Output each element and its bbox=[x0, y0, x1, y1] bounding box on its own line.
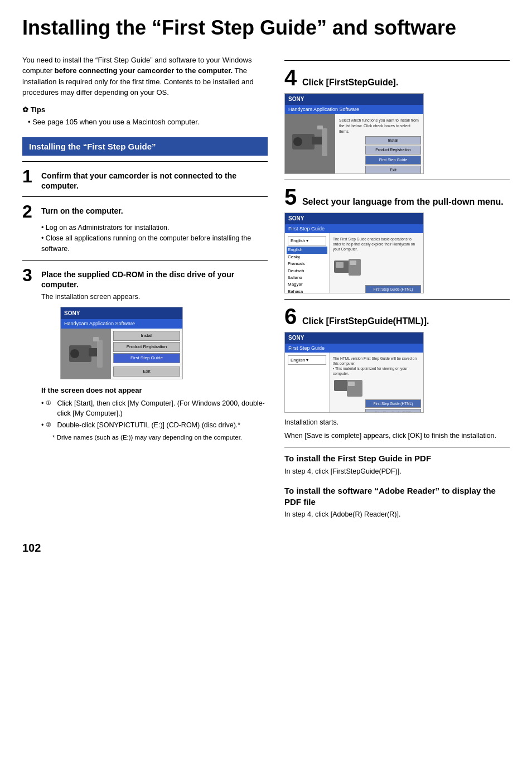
screenshot-1: SONY Handycam Application Software bbox=[60, 307, 183, 379]
step-4-num: 4 bbox=[284, 65, 297, 90]
ss1-graphic bbox=[66, 334, 105, 373]
ss4-list: English ▾ bbox=[285, 353, 330, 412]
step-3-title: Place the supplied CD-ROM in the disc dr… bbox=[41, 266, 268, 290]
step-3-body: The installation screen appears. bbox=[41, 292, 268, 302]
svg-rect-9 bbox=[317, 126, 323, 129]
installation-note2: When [Save is complete] appears, click [… bbox=[284, 431, 510, 441]
ss3-btn-html[interactable]: First Step Guide (HTML) bbox=[365, 285, 421, 293]
svg-rect-3 bbox=[97, 340, 103, 368]
divider-2 bbox=[22, 196, 268, 197]
divider-r2 bbox=[284, 180, 510, 180]
ss3-brand: SONY bbox=[285, 213, 423, 224]
ss3-right: The First Step Guide enables basic opera… bbox=[330, 233, 423, 293]
step-2-bullet2: Close all applications running on the co… bbox=[41, 233, 268, 254]
step-1-title: Confirm that your camcorder is not conne… bbox=[41, 167, 268, 191]
ss2-btn-install[interactable]: Install bbox=[365, 136, 421, 145]
intro-paragraph: You need to install the “First Step Guid… bbox=[22, 55, 268, 98]
ss1-btn-product[interactable]: Product Registration bbox=[113, 342, 180, 352]
to-install-adobe: To install the software “Adobe Reader” t… bbox=[284, 485, 510, 520]
ss3-list-english[interactable]: English bbox=[287, 247, 327, 253]
to-install-pdf: To install the First Step Guide in PDF I… bbox=[284, 453, 510, 476]
step-6-title: Click [FirstStepGuide(HTML)]. bbox=[302, 316, 429, 326]
if-screen-title: If the screen does not appear bbox=[41, 385, 268, 396]
circle-2: ② bbox=[46, 421, 55, 431]
ss3-dropdown[interactable]: English ▾ bbox=[288, 236, 326, 245]
ss3-list-item-5[interactable]: Magyar bbox=[287, 281, 327, 288]
ss2-image bbox=[285, 114, 335, 173]
ss3-list-item[interactable]: Cesky bbox=[287, 254, 327, 261]
ss3-buttons: First Step Guide (HTML) First Step Guide… bbox=[332, 285, 421, 293]
ss4-dropdown[interactable]: English ▾ bbox=[288, 355, 326, 365]
ss3-list: English ▾ English Cesky Francais Deutsch… bbox=[285, 233, 330, 293]
to-install-adobe-body: In step 4, click [Adobe(R) Reader(R)]. bbox=[284, 509, 510, 520]
page-title: Installing the “First Step Guide” and so… bbox=[22, 17, 510, 39]
step-1-num: 1 bbox=[22, 167, 38, 185]
svg-rect-8 bbox=[322, 128, 327, 156]
ss2-right: Select which functions you want to insta… bbox=[335, 114, 423, 173]
divider-r3 bbox=[284, 299, 510, 300]
ss4-title: First Step Guide bbox=[285, 344, 423, 353]
step-5-title: Select your language from the pull-down … bbox=[302, 197, 504, 206]
tips-item: See page 105 when you use a Macintosh co… bbox=[28, 117, 268, 127]
svg-rect-14 bbox=[334, 380, 348, 391]
ss3-graphic bbox=[333, 258, 364, 280]
tips-title: Tips bbox=[22, 105, 268, 115]
ss2-brand: SONY bbox=[285, 94, 423, 105]
to-install-pdf-body: In step 4, click [FirstStepGuide(PDF)]. bbox=[284, 466, 510, 477]
ss3-image-area bbox=[332, 257, 421, 281]
ss4-image-area bbox=[332, 378, 421, 399]
svg-rect-4 bbox=[93, 337, 99, 341]
svg-point-7 bbox=[293, 137, 302, 146]
ss4-graphic bbox=[333, 379, 364, 398]
ss4-btn-html[interactable]: First Step Guide (HTML) bbox=[365, 399, 421, 408]
svg-rect-13 bbox=[350, 261, 356, 265]
ss3-list-item-4[interactable]: Italiano bbox=[287, 274, 327, 281]
step-4: 4 Click [FirstStepGuide]. SONY Handycam … bbox=[284, 66, 510, 174]
ss1-btn-first-step[interactable]: First Step Guide bbox=[113, 353, 180, 363]
divider-r1 bbox=[284, 60, 510, 61]
step-3: 3 Place the supplied CD-ROM in the disc … bbox=[22, 266, 268, 379]
if-screen-list: ① Click [Start], then click [My Computer… bbox=[41, 399, 268, 431]
ss2-btn-first-step[interactable]: First Step Guide bbox=[365, 156, 421, 165]
if-screen-item2: ② Double-click [SONYPICTUTIL (E:)] (CD-R… bbox=[41, 421, 268, 431]
ss2-btn-product[interactable]: Product Registration bbox=[365, 146, 421, 155]
section-box-label: Installing the “First Step Guide” bbox=[22, 137, 268, 156]
ss1-title: Handycam Application Software bbox=[61, 319, 182, 329]
if-screen-note: * Drive names (such as (E:)) may vary de… bbox=[52, 433, 268, 442]
divider-1 bbox=[22, 161, 268, 162]
circle-1: ① bbox=[46, 399, 55, 418]
ss4-right: The HTML version First Step Guide will b… bbox=[330, 353, 423, 412]
if-screen-section: If the screen does not appear ① Click [S… bbox=[41, 385, 268, 442]
ss1-menu: Install Product Registration First Step … bbox=[111, 329, 182, 379]
if-screen-item1: ① Click [Start], then click [My Computer… bbox=[41, 399, 268, 418]
step-6-num: 6 bbox=[284, 304, 297, 329]
step-2: 2 Turn on the computer. Log on as Admini… bbox=[22, 202, 268, 254]
ss1-image bbox=[61, 329, 111, 379]
intro-bold: before connecting your camcorder to the … bbox=[55, 66, 233, 75]
ss3-list-item-6[interactable]: Bahasa bbox=[287, 288, 327, 293]
installation-note1: Installation starts. bbox=[284, 417, 510, 428]
ss3-list-item-3[interactable]: Deutsch bbox=[287, 268, 327, 274]
ss4-buttons: First Step Guide (HTML) First Step Guide… bbox=[332, 399, 421, 413]
ss1-btn-install[interactable]: Install bbox=[113, 331, 180, 341]
step-4-title: Click [FirstStepGuide]. bbox=[302, 78, 398, 87]
tips-list: See page 105 when you use a Macintosh co… bbox=[22, 117, 268, 127]
step-2-bullet1: Log on as Administrators for installatio… bbox=[41, 223, 268, 233]
page-number: 102 bbox=[22, 540, 510, 556]
ss2-btn-exit[interactable]: Exit bbox=[365, 166, 421, 174]
step-5: 5 Select your language from the pull-dow… bbox=[284, 186, 510, 293]
svg-rect-11 bbox=[336, 262, 344, 268]
svg-rect-6 bbox=[312, 137, 323, 144]
ss3-list-item-2[interactable]: Francais bbox=[287, 261, 327, 267]
to-install-pdf-title: To install the First Step Guide in PDF bbox=[284, 453, 510, 464]
step-6: 6 Click [FirstStepGuide(HTML)]. SONY Fir… bbox=[284, 305, 510, 442]
divider-r4 bbox=[284, 447, 510, 447]
tips-section: Tips See page 105 when you use a Macinto… bbox=[22, 105, 268, 127]
step-2-num: 2 bbox=[22, 202, 38, 220]
ss1-btn-exit[interactable]: Exit bbox=[113, 367, 180, 377]
step-2-title: Turn on the computer. bbox=[41, 202, 123, 216]
ss4-btn-pdf[interactable]: First Step Guide (PDF) bbox=[365, 409, 421, 413]
ss1-brand: SONY bbox=[61, 307, 182, 319]
screenshot-2: SONY Handycam Application Software bbox=[284, 93, 424, 174]
divider-3 bbox=[22, 260, 268, 261]
